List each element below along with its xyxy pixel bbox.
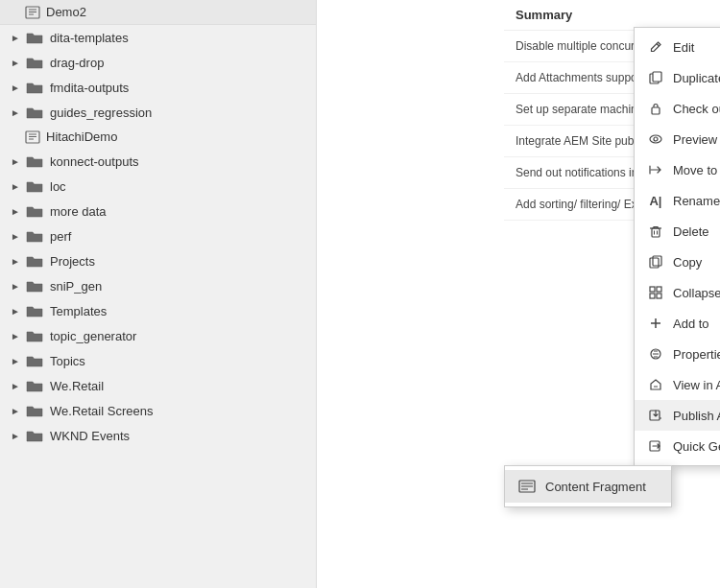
menu-item-label: Properties... bbox=[673, 347, 720, 362]
menu-item-properties[interactable]: Properties... bbox=[635, 339, 720, 369]
move-icon bbox=[646, 161, 665, 178]
menu-item-label: Edit bbox=[673, 40, 720, 55]
submenu-item-content-fragment[interactable]: Content Fragment bbox=[505, 470, 671, 503]
sidebar-item-konnect-outputs[interactable]: ► konnect-outputs bbox=[0, 149, 316, 174]
sidebar-item-label: Demo2 bbox=[46, 5, 86, 19]
file-icon bbox=[25, 130, 40, 144]
menu-item-label: Publish As bbox=[673, 409, 720, 423]
sidebar-item-we-retail-screens[interactable]: ► We.Retail Screens bbox=[0, 398, 316, 423]
menu-item-publishas[interactable]: Publish As ► bbox=[635, 400, 720, 431]
sidebar-item-templates[interactable]: ► Templates bbox=[0, 298, 316, 323]
menu-item-label: View in Assets UI bbox=[673, 378, 720, 392]
sidebar-item-topics[interactable]: ► Topics bbox=[0, 348, 316, 373]
sidebar-item-label: HitachiDemo bbox=[46, 129, 117, 144]
menu-item-label: Quick Generate bbox=[673, 439, 720, 454]
menu-item-label: Add to bbox=[673, 317, 720, 331]
menu-item-label: Move to bbox=[673, 163, 720, 177]
chevron-right-icon: ► bbox=[8, 356, 23, 366]
menu-item-addto[interactable]: Add to ► bbox=[635, 308, 720, 339]
chevron-right-icon: ► bbox=[8, 406, 23, 416]
lock-icon bbox=[646, 100, 665, 117]
chevron-right-icon: ► bbox=[8, 58, 23, 68]
sidebar-item-fmdita-outputs[interactable]: ► fmdita-outputs bbox=[0, 75, 316, 100]
quickgenerate-icon bbox=[646, 437, 665, 455]
menu-item-collapse-all[interactable]: Collapse All bbox=[635, 277, 720, 308]
folder-icon bbox=[25, 203, 44, 219]
sidebar-item-wknd-events[interactable]: ► WKND Events bbox=[0, 423, 316, 448]
sidebar-item-label: topic_generator bbox=[50, 329, 136, 343]
sidebar-item-perf[interactable]: ► perf bbox=[0, 223, 316, 248]
sidebar-item-label: fmdita-outputs bbox=[50, 81, 129, 95]
svg-rect-21 bbox=[657, 287, 661, 292]
menu-item-preview[interactable]: Preview bbox=[635, 124, 720, 154]
folder-icon bbox=[25, 403, 44, 418]
folder-icon bbox=[25, 153, 44, 169]
sidebar-item-label: perf bbox=[50, 229, 71, 244]
sidebar-item-label: dita-templates bbox=[50, 31, 129, 45]
menu-item-label: Duplicate bbox=[673, 71, 720, 85]
context-menu: Edit Duplicate Check out bbox=[634, 27, 720, 466]
chevron-right-icon: ► bbox=[8, 206, 23, 217]
sidebar: Demo2 ► dita-templates ► drag-drop ► fmd… bbox=[0, 0, 317, 588]
svg-rect-23 bbox=[657, 294, 661, 298]
properties-icon bbox=[646, 345, 665, 363]
menu-item-view-assets[interactable]: View in Assets UI bbox=[635, 369, 720, 400]
svg-rect-22 bbox=[650, 294, 655, 298]
svg-point-12 bbox=[650, 135, 661, 143]
sidebar-item-we-retail[interactable]: ► We.Retail bbox=[0, 373, 316, 398]
sidebar-item-label: konnect-outputs bbox=[50, 154, 139, 169]
chevron-right-icon: ► bbox=[8, 33, 23, 43]
svg-rect-10 bbox=[653, 72, 661, 82]
folder-icon bbox=[25, 80, 44, 95]
publishas-submenu: Content Fragment bbox=[504, 465, 672, 507]
chevron-right-icon: ► bbox=[8, 431, 23, 441]
sidebar-item-projects[interactable]: ► Projects bbox=[0, 248, 316, 273]
sidebar-item-guides-regression[interactable]: ► guides_regression bbox=[0, 100, 316, 125]
folder-icon bbox=[25, 228, 44, 244]
menu-item-delete[interactable]: Delete bbox=[635, 216, 720, 247]
menu-item-copy[interactable]: Copy ► bbox=[635, 247, 720, 277]
menu-item-rename[interactable]: A| Rename bbox=[635, 185, 720, 216]
menu-item-moveto[interactable]: Move to bbox=[635, 154, 720, 185]
sidebar-item-hitachidemo[interactable]: HitachiDemo bbox=[0, 125, 316, 149]
rename-icon: A| bbox=[646, 192, 665, 209]
chevron-right-icon: ► bbox=[8, 331, 23, 341]
chevron-right-icon: ► bbox=[8, 256, 23, 267]
chevron-right-icon: ► bbox=[8, 381, 23, 391]
sidebar-item-label: loc bbox=[50, 179, 66, 194]
menu-item-label: Copy bbox=[673, 255, 720, 270]
pencil-icon bbox=[646, 38, 665, 56]
folder-icon bbox=[25, 30, 44, 45]
sidebar-item-more-data[interactable]: ► more data bbox=[0, 199, 316, 223]
menu-item-label: Rename bbox=[673, 194, 720, 208]
sidebar-item-label: more data bbox=[50, 204, 107, 219]
collapse-icon bbox=[646, 284, 665, 301]
chevron-right-icon: ► bbox=[8, 156, 23, 167]
file-icon bbox=[25, 6, 40, 19]
menu-item-quick-generate[interactable]: Quick Generate ► bbox=[635, 431, 720, 461]
sidebar-item-loc[interactable]: ► loc bbox=[0, 174, 316, 199]
menu-item-label: Collapse All bbox=[673, 286, 720, 300]
svg-rect-20 bbox=[650, 287, 655, 292]
sidebar-item-label: sniP_gen bbox=[50, 279, 102, 294]
chevron-right-icon: ► bbox=[8, 181, 23, 192]
menu-item-label: Check out bbox=[673, 102, 720, 116]
sidebar-item-dita-templates[interactable]: ► dita-templates bbox=[0, 25, 316, 50]
menu-item-duplicate[interactable]: Duplicate bbox=[635, 62, 720, 93]
sidebar-item-snip-gen[interactable]: ► sniP_gen bbox=[0, 273, 316, 298]
folder-icon bbox=[25, 353, 44, 368]
sidebar-item-topic-generator[interactable]: ► topic_generator bbox=[0, 323, 316, 348]
main-content: Summary Disable multiple concurre Add At… bbox=[317, 0, 720, 588]
sidebar-item-label: WKND Events bbox=[50, 429, 130, 443]
contentfragment-icon bbox=[516, 478, 538, 495]
publishas-icon bbox=[646, 407, 665, 424]
chevron-right-icon: ► bbox=[8, 82, 23, 93]
menu-item-checkout[interactable]: Check out bbox=[635, 93, 720, 124]
menu-item-edit[interactable]: Edit bbox=[635, 32, 720, 62]
copy-icon bbox=[646, 253, 665, 270]
trash-icon bbox=[646, 223, 665, 240]
sidebar-item-demo2[interactable]: Demo2 bbox=[0, 0, 316, 25]
sidebar-item-label: Templates bbox=[50, 304, 107, 318]
sidebar-item-label: drag-drop bbox=[50, 56, 104, 70]
sidebar-item-drag-drop[interactable]: ► drag-drop bbox=[0, 50, 316, 75]
